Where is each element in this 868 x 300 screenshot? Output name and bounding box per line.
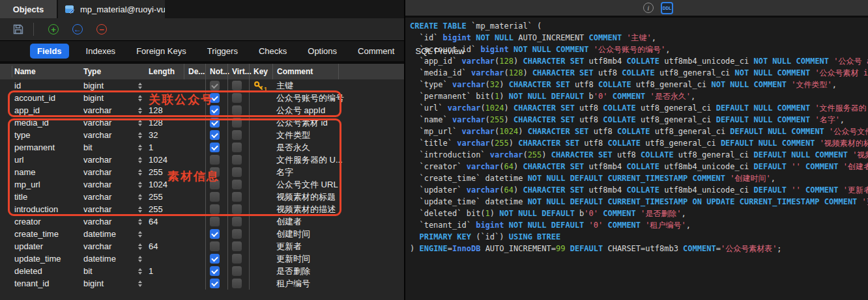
view-tab-sql-preview[interactable]: SQL Preview: [411, 44, 468, 59]
field-name-cell[interactable]: url: [0, 155, 83, 165]
virtual-checkbox[interactable]: [232, 167, 242, 177]
field-notnull-cell[interactable]: [205, 191, 227, 203]
field-row-type[interactable]: typevarchar32文件类型: [0, 129, 404, 141]
field-type-cell[interactable]: varchar: [83, 217, 132, 226]
info-icon[interactable]: i: [643, 3, 654, 13]
field-row-updater[interactable]: updatervarchar64更新者: [0, 240, 404, 252]
field-row-deleted[interactable]: deletedbit1是否删除: [0, 265, 404, 277]
field-name-cell[interactable]: updater: [0, 241, 83, 251]
field-virtual-cell[interactable]: [227, 154, 249, 166]
field-notnull-cell[interactable]: [205, 129, 227, 141]
notnull-checkbox[interactable]: [210, 130, 220, 140]
notnull-checkbox[interactable]: [210, 81, 220, 90]
virtual-checkbox[interactable]: [232, 217, 242, 226]
field-name-cell[interactable]: deleted: [0, 266, 83, 276]
field-comment-cell[interactable]: 更新时间: [272, 253, 404, 265]
field-virtual-cell[interactable]: [227, 228, 249, 240]
field-notnull-cell[interactable]: [205, 166, 227, 178]
column-header-key[interactable]: Key: [249, 64, 272, 79]
view-tab-triggers[interactable]: Triggers: [203, 44, 242, 59]
virtual-checkbox[interactable]: [232, 204, 242, 214]
field-virtual-cell[interactable]: [227, 203, 249, 215]
notnull-checkbox[interactable]: [210, 105, 220, 115]
virtual-checkbox[interactable]: [232, 241, 242, 251]
field-notnull-cell[interactable]: [205, 277, 227, 290]
type-stepper[interactable]: [132, 116, 149, 129]
field-row-url[interactable]: urlvarchar1024文件服务器的 U...: [0, 154, 404, 166]
field-comment-cell[interactable]: 主键: [272, 80, 404, 92]
field-type-cell[interactable]: varchar: [83, 118, 132, 128]
notnull-checkbox[interactable]: [210, 217, 220, 226]
notnull-checkbox[interactable]: [210, 93, 220, 103]
save-button[interactable]: [12, 23, 24, 35]
field-key-cell[interactable]: [249, 116, 272, 129]
field-type-cell[interactable]: bigint: [83, 93, 132, 103]
type-stepper[interactable]: [132, 178, 149, 191]
field-row-permanent[interactable]: permanentbit1是否永久: [0, 141, 404, 154]
notnull-checkbox[interactable]: [210, 118, 220, 128]
field-virtual-cell[interactable]: [227, 265, 249, 277]
type-stepper[interactable]: [132, 215, 149, 228]
field-comment-cell[interactable]: 文件类型: [272, 130, 404, 141]
field-length-cell[interactable]: 1024: [149, 155, 184, 165]
field-key-cell[interactable]: [249, 129, 272, 141]
field-row-introduction[interactable]: introductionvarchar255视频素材的描述: [0, 203, 404, 215]
type-stepper[interactable]: [132, 265, 149, 277]
field-virtual-cell[interactable]: [227, 166, 249, 178]
field-key-cell[interactable]: [249, 203, 272, 215]
field-row-title[interactable]: titlevarchar255视频素材的标题: [0, 191, 404, 203]
virtual-checkbox[interactable]: [232, 279, 242, 288]
notnull-checkbox[interactable]: [210, 143, 220, 152]
field-key-cell[interactable]: [249, 141, 272, 154]
field-virtual-cell[interactable]: [227, 191, 249, 203]
type-stepper[interactable]: [132, 92, 149, 104]
notnull-checkbox[interactable]: [210, 229, 220, 239]
column-header-comment[interactable]: Comment: [272, 64, 338, 79]
field-notnull-cell[interactable]: [205, 141, 227, 154]
type-stepper[interactable]: [132, 154, 149, 166]
field-key-cell[interactable]: [249, 265, 272, 277]
field-key-cell[interactable]: [249, 191, 272, 203]
column-header-de[interactable]: De...: [184, 64, 205, 79]
field-type-cell[interactable]: varchar: [83, 130, 132, 140]
field-length-cell[interactable]: 128: [149, 105, 184, 115]
field-type-cell[interactable]: varchar: [83, 155, 132, 165]
field-length-cell[interactable]: 64: [149, 241, 184, 251]
field-length-cell[interactable]: 255: [149, 167, 184, 177]
field-notnull-cell[interactable]: [205, 92, 227, 104]
field-length-cell[interactable]: 255: [149, 204, 184, 214]
virtual-checkbox[interactable]: [232, 229, 242, 239]
field-notnull-cell[interactable]: [205, 104, 227, 116]
field-name-cell[interactable]: creator: [0, 217, 83, 226]
field-virtual-cell[interactable]: [227, 116, 249, 129]
field-virtual-cell[interactable]: [227, 104, 249, 116]
view-tab-checks[interactable]: Checks: [255, 44, 291, 59]
type-stepper[interactable]: [132, 129, 149, 141]
delete-field-button[interactable]: −: [96, 24, 107, 34]
field-type-cell[interactable]: bit: [83, 266, 132, 276]
notnull-checkbox[interactable]: [210, 155, 220, 165]
field-notnull-cell[interactable]: [205, 228, 227, 240]
field-name-cell[interactable]: type: [0, 130, 83, 140]
field-row-media_id[interactable]: media_idvarchar128公众号素材 id: [0, 116, 404, 129]
field-key-cell[interactable]: [249, 228, 272, 240]
field-key-cell[interactable]: [249, 92, 272, 104]
field-type-cell[interactable]: datetime: [83, 254, 132, 264]
field-key-cell[interactable]: [249, 252, 272, 265]
column-header-name[interactable]: Name: [0, 64, 83, 79]
field-notnull-cell[interactable]: [205, 265, 227, 277]
field-length-cell[interactable]: 255: [149, 192, 184, 202]
field-name-cell[interactable]: mp_url: [0, 180, 83, 189]
insert-field-button[interactable]: ←: [72, 24, 83, 34]
type-stepper[interactable]: [132, 191, 149, 203]
field-length-cell[interactable]: 128: [149, 118, 184, 128]
virtual-checkbox[interactable]: [232, 81, 242, 90]
type-stepper[interactable]: [132, 277, 149, 290]
type-stepper[interactable]: [132, 79, 149, 92]
field-name-cell[interactable]: introduction: [0, 204, 83, 214]
notnull-checkbox[interactable]: [210, 279, 220, 288]
field-type-cell[interactable]: varchar: [83, 180, 132, 189]
field-key-cell[interactable]: [249, 215, 272, 228]
virtual-checkbox[interactable]: [232, 254, 242, 264]
field-key-cell[interactable]: [249, 166, 272, 178]
